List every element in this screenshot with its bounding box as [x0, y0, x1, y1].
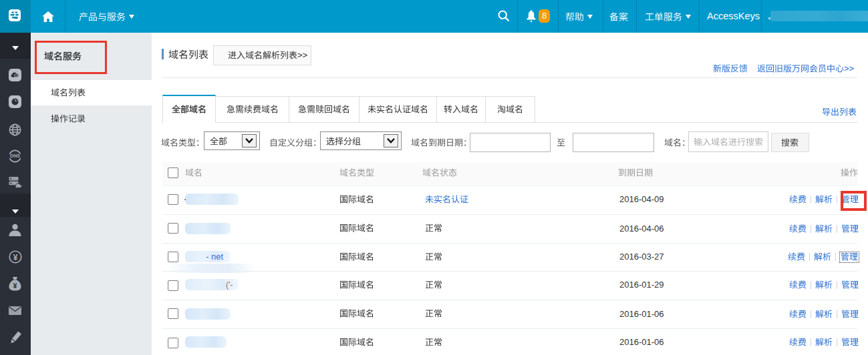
svg-text:¥: ¥	[13, 253, 18, 262]
svg-text:DNS: DNS	[10, 153, 20, 158]
svg-text:¥: ¥	[13, 282, 17, 290]
